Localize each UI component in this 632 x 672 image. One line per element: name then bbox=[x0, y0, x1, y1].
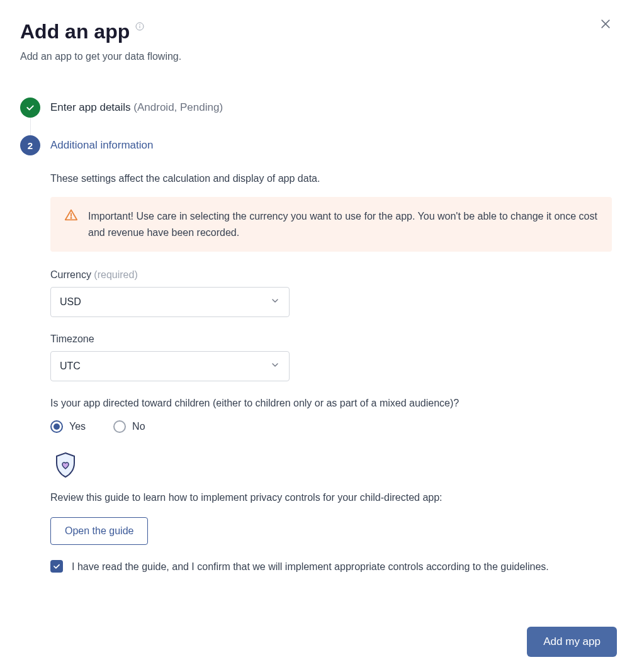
check-icon bbox=[52, 562, 61, 571]
step-connector bbox=[30, 118, 31, 135]
close-button[interactable] bbox=[599, 18, 614, 33]
step-1: Enter app details (Android, Pending) bbox=[20, 98, 612, 118]
children-question: Is your app directed toward children (ei… bbox=[50, 398, 612, 409]
add-app-button[interactable]: Add my app bbox=[527, 627, 617, 657]
confirm-row: I have read the guide, and I confirm tha… bbox=[50, 559, 612, 575]
footer: Add my app bbox=[527, 627, 617, 657]
radio-yes[interactable]: Yes bbox=[50, 420, 86, 433]
check-icon bbox=[25, 103, 35, 113]
page-title: Add an app bbox=[20, 20, 145, 43]
step-2-badge: 2 bbox=[20, 135, 40, 155]
timezone-select[interactable]: UTC bbox=[50, 351, 290, 381]
step-1-badge bbox=[20, 98, 40, 118]
chevron-down-icon bbox=[270, 296, 280, 308]
children-radio-group: Yes No bbox=[50, 420, 612, 433]
radio-yes-label: Yes bbox=[69, 421, 86, 432]
open-guide-button[interactable]: Open the guide bbox=[50, 517, 148, 545]
warning-text: Important! Use care in selecting the cur… bbox=[88, 208, 598, 240]
page-subtitle: Add an app to get your data flowing. bbox=[20, 51, 612, 62]
radio-yes-circle bbox=[50, 420, 63, 433]
info-icon[interactable] bbox=[135, 21, 145, 31]
privacy-shield-icon bbox=[50, 451, 612, 483]
currency-value: USD bbox=[60, 296, 81, 308]
chevron-down-icon bbox=[270, 360, 280, 372]
currency-field: Currency (required) USD bbox=[50, 269, 612, 317]
timezone-value: UTC bbox=[60, 361, 81, 372]
close-icon bbox=[599, 18, 612, 30]
confirm-checkbox[interactable] bbox=[50, 560, 63, 573]
warning-alert: Important! Use care in selecting the cur… bbox=[50, 197, 612, 252]
currency-label: Currency (required) bbox=[50, 269, 612, 281]
timezone-label: Timezone bbox=[50, 333, 612, 345]
radio-no-label: No bbox=[132, 421, 145, 432]
step-2-body: These settings affect the calculation an… bbox=[50, 173, 612, 575]
step-2: 2 Additional information bbox=[20, 135, 612, 155]
warning-icon bbox=[64, 208, 78, 240]
svg-point-6 bbox=[71, 218, 71, 218]
radio-no[interactable]: No bbox=[113, 420, 145, 433]
timezone-field: Timezone UTC bbox=[50, 333, 612, 381]
confirm-label: I have read the guide, and I confirm tha… bbox=[72, 559, 549, 575]
guide-description: Review this guide to learn how to implem… bbox=[50, 492, 612, 503]
step-description: These settings affect the calculation an… bbox=[50, 173, 612, 184]
page-title-text: Add an app bbox=[20, 20, 130, 43]
step-2-label: Additional information bbox=[50, 135, 153, 155]
svg-point-4 bbox=[140, 25, 140, 25]
stepper: Enter app details (Android, Pending) 2 A… bbox=[20, 98, 612, 575]
step-1-label: Enter app details (Android, Pending) bbox=[50, 98, 223, 118]
radio-no-circle bbox=[113, 420, 126, 433]
currency-select[interactable]: USD bbox=[50, 287, 290, 317]
